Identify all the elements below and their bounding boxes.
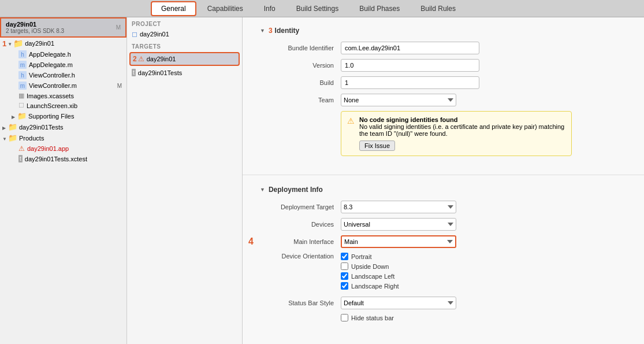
tree-label-appdelegate-h: AppDelegate.h [29,51,71,58]
deployment-collapse-arrow[interactable]: ▼ [260,187,265,193]
folder-icon-products: 📁 [8,134,17,142]
tab-build-rules[interactable]: Build Rules [411,2,466,16]
tab-capabilities[interactable]: Capabilities [198,2,253,16]
tree-item-appdelegate-h[interactable]: h AppDelegate.h [0,49,126,60]
folder-icon-supporting: 📁 [17,112,27,120]
target-tests[interactable]: t day29in01Tests [127,67,242,78]
identity-title: ▼ 3 Identity [260,27,627,35]
tab-info[interactable]: Info [254,2,285,16]
hide-status-bar-checkbox[interactable] [341,314,348,321]
tree-item-products-group[interactable]: 📁 Products [0,132,126,143]
team-row: Team None [260,94,627,106]
tab-general[interactable]: General [151,1,196,16]
device-orientation-row: Device Orientation Portrait Upside Down [260,253,627,292]
tree-label-tests: day29in01Tests [19,124,63,131]
annotation-3: 3 [269,27,273,35]
tree-label-viewcontroller-m: ViewController.m [29,82,77,89]
annotation-4: 4 [248,236,254,247]
folder-icon-tests: 📁 [8,123,17,131]
tree-item-appdelegate-m[interactable]: m AppDelegate.m [0,60,126,70]
upside-down-label: Upside Down [351,263,389,270]
tree-item-viewcontroller-m[interactable]: m ViewController.m M [0,80,126,91]
tree-arrow-supporting[interactable] [12,113,17,120]
target-tests-label: day29in01Tests [138,69,182,76]
tree-item-app[interactable]: ⚠ day29in01.app [0,143,126,154]
orientation-checkboxes: Portrait Upside Down Landscape Left [341,253,399,292]
tree-item-xctest[interactable]: t day29in01Tests.xctest [0,154,126,164]
upside-down-checkbox[interactable] [341,262,348,270]
portrait-label: Portrait [351,253,371,260]
identity-collapse-arrow[interactable]: ▼ [260,28,265,34]
tree-label-xctest: day29in01Tests.xctest [25,156,87,162]
sidebar-header[interactable]: day29in01 2 targets, iOS SDK 8.3 M [0,17,126,38]
main-interface-select[interactable]: Main [341,235,456,248]
annotation-1: 1 [2,39,6,48]
tree-item-tests-group[interactable]: 📁 day29in01Tests [0,121,126,132]
project-item-label: day29in01 [140,31,169,38]
tab-build-settings[interactable]: Build Settings [286,2,348,16]
content-area: ▼ 3 Identity Bundle Identifier Version B… [243,17,644,344]
warning-content: No code signing identities found No vali… [359,116,565,151]
build-row: Build [260,76,627,89]
tree-item-images-xcassets[interactable]: ▦ Images.xcassets [0,91,126,101]
devices-row: Devices Universal [260,218,627,231]
tree-arrow-day29in01[interactable] [8,40,13,47]
tree-item-day29in01-group[interactable]: 1 📁 day29in01 [0,38,126,49]
landscape-right-checkbox[interactable] [341,282,348,290]
version-input[interactable] [341,59,479,72]
bundle-identifier-input[interactable] [341,42,479,54]
warning-icon: ⚠ [347,116,355,125]
build-input[interactable] [341,76,479,89]
status-bar-style-select[interactable]: Default [341,297,456,309]
deployment-target-select[interactable]: 8.3 [341,201,456,213]
tree-label-images-xcassets: Images.xcassets [27,93,74,99]
targets-section-label: TARGETS [127,40,242,51]
tree-label-launchscreen-xib: LaunchScreen.xib [27,102,77,109]
tab-build-phases[interactable]: Build Phases [349,2,410,16]
m-icon-2: m [18,82,27,90]
sidebar-badge: M [116,24,121,31]
target-xctest-icon: t [132,69,136,76]
bundle-identifier-row: Bundle Identifier [260,42,627,54]
tree-label-supporting-files: Supporting Files [28,113,75,120]
annotation-2: 2 [133,55,137,63]
orientation-portrait: Portrait [341,253,399,260]
tree-item-viewcontroller-h[interactable]: h ViewController.h [0,70,126,80]
landscape-left-label: Landscape Left [351,273,394,280]
tree-item-launchscreen-xib[interactable]: ☐ LaunchScreen.xib [0,101,126,110]
tree-label-appdelegate-m: AppDelegate.m [29,61,73,68]
tab-bar: General Capabilities Info Build Settings… [0,0,644,17]
m-icon: m [18,61,27,69]
warning-title: No code signing identities found [359,116,565,123]
team-select[interactable]: None [341,94,456,106]
fix-issue-button[interactable]: Fix Issue [359,140,395,151]
tree-label-viewcontroller-h: ViewController.h [29,72,75,79]
tree-arrow-products[interactable] [2,135,8,142]
main-area: day29in01 2 targets, iOS SDK 8.3 M 1 📁 d… [0,17,644,344]
portrait-checkbox[interactable] [341,253,348,260]
main-interface-label: Main Interface [260,238,341,245]
target-day29in01-label: day29in01 [147,56,176,62]
target-day29in01[interactable]: 2 ⚠ day29in01 [129,52,240,66]
devices-label: Devices [260,221,341,228]
team-label: Team [260,97,341,103]
identity-title-text: Identity [275,27,300,35]
tree-item-supporting-files[interactable]: 📁 Supporting Files [0,110,126,121]
section-divider [243,175,644,175]
tree-label-products: Products [19,135,44,142]
deployment-target-row: Deployment Target 8.3 [260,201,627,213]
project-item[interactable]: ◻ day29in01 [127,28,242,40]
h-icon: h [18,50,27,58]
landscape-right-label: Landscape Right [351,283,399,290]
orientation-landscape-right: Landscape Right [341,282,399,290]
xctest-icon: t [18,155,23,162]
orientation-upside-down: Upside Down [341,262,399,270]
landscape-left-checkbox[interactable] [341,272,348,280]
build-label: Build [260,79,341,86]
orientation-landscape-left: Landscape Left [341,272,399,280]
identity-section: ▼ 3 Identity Bundle Identifier Version B… [243,17,644,170]
devices-select[interactable]: Universal [341,218,456,231]
deployment-title-text: Deployment Info [269,186,323,194]
warning-box: ⚠ No code signing identities found No va… [341,111,572,156]
tree-arrow-tests[interactable] [2,124,8,131]
